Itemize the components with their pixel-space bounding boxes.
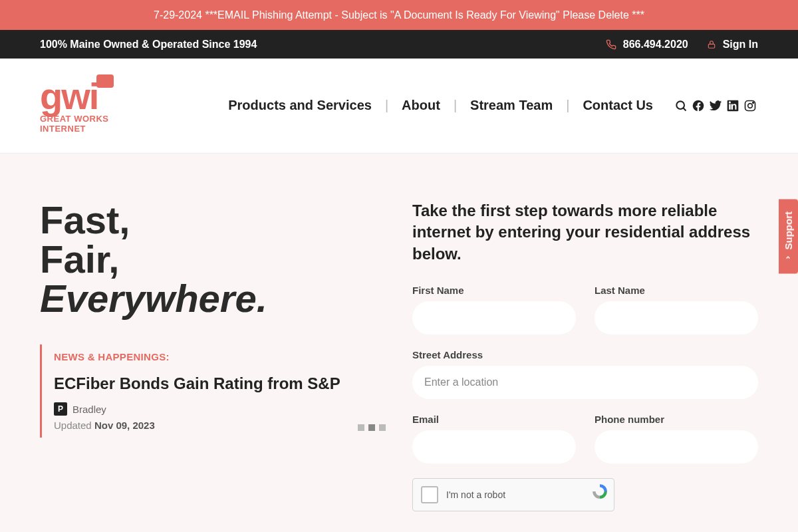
phone-icon (606, 39, 616, 50)
hero-section: Fast, Fair, Everywhere. NEWS & HAPPENING… (0, 154, 798, 532)
carousel-dot-0[interactable] (358, 424, 364, 431)
email-input[interactable] (412, 430, 576, 464)
author-badge: P (54, 402, 67, 416)
hero-title: Fast, Fair, Everywhere. (40, 200, 386, 318)
nav-contact[interactable]: Contact Us (569, 98, 666, 113)
chevron-up-icon: ⌃ (784, 255, 793, 265)
hero-line-1: Fast, (40, 200, 386, 239)
carousel-dots (358, 424, 386, 431)
first-name-input[interactable] (412, 301, 576, 334)
instagram-icon[interactable] (742, 99, 758, 112)
updated-date: Nov 09, 2023 (94, 420, 155, 431)
sign-in-link[interactable]: Sign In (707, 39, 758, 51)
signup-form: First Name Last Name Street Address Emai… (412, 285, 758, 464)
support-tab-label: Support (783, 211, 794, 250)
carousel-dot-1[interactable] (368, 424, 375, 431)
support-tab[interactable]: ⌃ Support (779, 200, 798, 274)
first-name-label: First Name (412, 285, 576, 296)
logo-tagline-2: INTERNET (40, 125, 108, 133)
facebook-icon[interactable] (690, 99, 706, 112)
sign-in-label: Sign In (723, 39, 758, 51)
search-icon[interactable] (673, 99, 689, 112)
main-nav: gwi GREAT WORKS INTERNET Products and Se… (0, 59, 798, 154)
last-name-label: Last Name (595, 285, 758, 296)
news-headline[interactable]: ECFiber Bonds Gain Rating from S&P (54, 374, 386, 393)
phone-number: 866.494.2020 (623, 39, 688, 51)
svg-line-2 (683, 108, 686, 110)
svg-point-5 (753, 102, 754, 104)
hero-line-2: Fair, (40, 239, 386, 279)
logo[interactable]: gwi GREAT WORKS INTERNET (40, 78, 108, 133)
nav-about[interactable]: About (388, 98, 454, 113)
last-name-input[interactable] (595, 301, 758, 334)
announcement-bar: 7-29-2024 ***EMAIL Phishing Attempt - Su… (0, 0, 798, 30)
utility-tagline: 100% Maine Owned & Operated Since 1994 (40, 39, 257, 51)
nav-products[interactable]: Products and Services (215, 98, 385, 113)
phone-link[interactable]: 866.494.2020 (606, 39, 688, 51)
form-intro: Take the first step towards more reliabl… (412, 200, 758, 265)
news-box: NEWS & HAPPENINGS: ECFiber Bonds Gain Ra… (40, 344, 386, 438)
recaptcha-widget[interactable]: I'm not a robot (412, 478, 614, 511)
logo-main: gwi (40, 78, 108, 114)
recaptcha-badge-icon (591, 483, 608, 501)
twitter-icon[interactable] (708, 99, 724, 112)
nav-stream-team[interactable]: Stream Team (457, 98, 566, 113)
phone-input[interactable] (595, 430, 758, 464)
updated-prefix: Updated (54, 420, 94, 431)
news-updated: Updated Nov 09, 2023 (54, 420, 386, 431)
utility-bar: 100% Maine Owned & Operated Since 1994 8… (0, 30, 798, 59)
news-label: NEWS & HAPPENINGS: (54, 351, 386, 362)
news-author-row: P Bradley (54, 402, 386, 416)
nav-links: Products and Services | About | Stream T… (215, 98, 666, 113)
announcement-text: 7-29-2024 ***EMAIL Phishing Attempt - Su… (154, 9, 644, 21)
email-label: Email (412, 414, 576, 425)
hero-line-3: Everywhere. (40, 279, 386, 318)
street-label: Street Address (412, 349, 758, 360)
carousel-dot-2[interactable] (379, 424, 386, 431)
svg-point-4 (748, 104, 753, 108)
street-input[interactable] (412, 366, 758, 399)
linkedin-icon[interactable] (725, 99, 741, 112)
recaptcha-label: I'm not a robot (446, 489, 505, 500)
phone-label: Phone number (595, 414, 758, 425)
svg-point-1 (676, 101, 684, 109)
recaptcha-checkbox[interactable] (421, 486, 438, 503)
lock-icon (707, 40, 716, 49)
news-author: Bradley (72, 404, 106, 415)
svg-rect-0 (708, 44, 714, 48)
